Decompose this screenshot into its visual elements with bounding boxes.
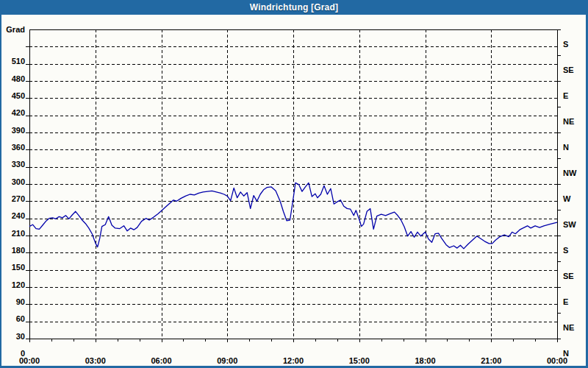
x-time-label: 18:00 xyxy=(405,356,446,365)
y-tick-label: 180 xyxy=(1,246,25,255)
compass-label: SW xyxy=(563,220,576,229)
compass-label: S xyxy=(563,40,568,49)
x-time-label: 15:00 xyxy=(339,356,380,365)
x-time-label: 12:00 xyxy=(273,356,314,365)
chart-panel: Grad 03060901201501802102402703003303603… xyxy=(0,15,588,368)
y-tick-label: 330 xyxy=(1,160,25,169)
x-time-label: 21:00 xyxy=(470,356,512,365)
compass-label: NE xyxy=(563,117,574,126)
plot-canvas xyxy=(1,15,587,366)
compass-label: N xyxy=(563,349,569,358)
compass-label: SE xyxy=(563,66,574,74)
y-tick-label: 270 xyxy=(1,194,25,203)
y-axis-unit-label: Grad xyxy=(1,25,25,34)
compass-label: E xyxy=(563,91,568,100)
x-time-label: 06:00 xyxy=(141,356,182,365)
y-tick-label: 210 xyxy=(1,229,25,238)
y-tick-label: 420 xyxy=(1,108,25,117)
y-tick-label: 90 xyxy=(1,297,25,306)
title-bar: Windrichtung [Grad] xyxy=(0,0,588,15)
y-tick-label: 60 xyxy=(1,314,25,323)
x-time-label: 09:00 xyxy=(207,356,248,365)
compass-label: N xyxy=(563,143,569,152)
y-tick-label: 390 xyxy=(1,126,25,135)
y-tick-label: 150 xyxy=(1,263,25,272)
y-tick-label: 300 xyxy=(1,177,25,186)
y-tick-label: 120 xyxy=(1,280,25,289)
compass-label: W xyxy=(563,194,570,203)
compass-label: NE xyxy=(563,323,574,332)
y-tick-label: 240 xyxy=(1,211,25,220)
y-tick-label: 30 xyxy=(1,332,25,341)
x-time-label: 03:00 xyxy=(75,356,116,365)
compass-label: NW xyxy=(563,169,576,177)
app-window: Windrichtung [Grad] Grad 030609012015018… xyxy=(0,0,588,368)
y-tick-label: 450 xyxy=(1,91,25,100)
compass-label: E xyxy=(563,297,568,306)
compass-label: SE xyxy=(563,272,574,280)
y-tick-label: 510 xyxy=(1,57,25,66)
y-tick-label: 360 xyxy=(1,143,25,152)
y-tick-label: 480 xyxy=(1,74,25,83)
compass-label: S xyxy=(563,246,568,255)
window-title: Windrichtung [Grad] xyxy=(250,2,338,13)
x-time-label: 00:00 xyxy=(9,356,50,365)
x-time-label: 00:00 xyxy=(537,356,578,365)
